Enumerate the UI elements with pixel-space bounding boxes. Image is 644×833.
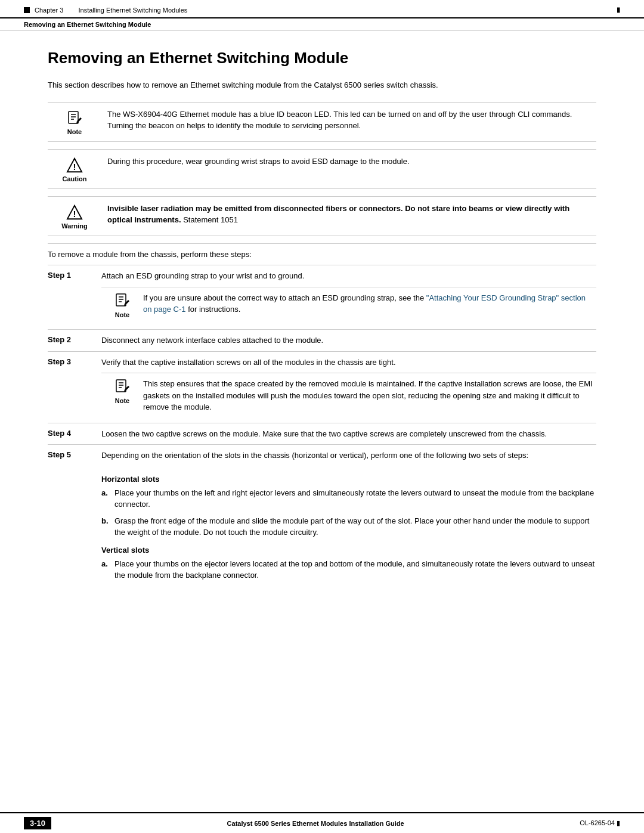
step-1-note: Note If you are unsure about the correct…	[101, 287, 596, 325]
step-3-label: Step 3	[48, 357, 101, 366]
horizontal-step-b: b. Grasp the front edge of the module an…	[101, 515, 596, 538]
step-2-row: Step 2 Disconnect any network interface …	[48, 329, 596, 351]
horizontal-step-a-text: Place your thumbs on the left and right …	[114, 487, 596, 510]
step-3-text: Verify that the captive installation scr…	[101, 358, 396, 367]
step-5-label: Step 5	[48, 450, 101, 459]
page-title: Removing an Ethernet Switching Module	[48, 49, 596, 67]
vertical-slots-heading: Vertical slots	[101, 546, 596, 555]
horizontal-step-a: a. Place your thumbs on the left and rig…	[101, 487, 596, 510]
step-1-label-text: Step 1	[48, 271, 71, 280]
step-5-main: Step 5 Depending on the orientation of t…	[48, 450, 528, 462]
step-2-body: Disconnect any network interface cables …	[101, 335, 596, 346]
doc-title: Catalyst 6500 Series Ethernet Modules In…	[227, 820, 404, 827]
step-3-note-icon-col: Note	[101, 378, 143, 406]
page-footer: 3-10 Catalyst 6500 Series Ethernet Modul…	[0, 812, 644, 833]
step-3-note-text: This step ensures that the space created…	[143, 379, 593, 411]
step-2-label: Step 2	[48, 335, 101, 344]
horizontal-slots-section: Horizontal slots a. Place your thumbs on…	[101, 475, 596, 538]
step-4-body: Loosen the two captive screws on the mod…	[101, 428, 596, 440]
step-1-note-label: Note	[115, 310, 129, 320]
svg-rect-12	[116, 380, 126, 392]
svg-rect-0	[69, 112, 78, 123]
steps-intro-text: To remove a module from the chassis, per…	[48, 250, 252, 259]
warning-1: ! Warning Invisible laser radiation may …	[48, 196, 596, 236]
step-1-text: Attach an ESD grounding strap to your wr…	[101, 271, 304, 280]
header-separator	[68, 7, 73, 14]
warning-1-normal-text: Statement 1051	[181, 215, 238, 224]
step-3-note-body: This step ensures that the space created…	[143, 378, 596, 413]
header-left: Chapter 3 Installing Ethernet Switching …	[24, 7, 187, 14]
svg-text:!: !	[73, 162, 76, 172]
step-1-note-text-after: for instructions.	[186, 305, 241, 314]
step-5-body: Depending on the orientation of the slot…	[101, 450, 528, 462]
note-1-text: The WS-X6904-40G Ethernet module has a b…	[107, 110, 572, 131]
note-1-icon-col: Note	[48, 109, 101, 135]
horizontal-step-a-letter: a.	[101, 487, 114, 510]
vertical-step-a-text: Place your thumbs on the ejector levers …	[114, 558, 596, 581]
header-square-right-icon: ▮	[617, 6, 620, 13]
page-number: 3-10	[24, 817, 51, 829]
caution-1-text: During this procedure, wear grounding wr…	[107, 157, 410, 166]
step-3-body: Verify that the captive installation scr…	[101, 357, 596, 418]
intro-paragraph: This section describes how to remove an …	[48, 79, 596, 91]
warning-1-label: Warning	[61, 222, 88, 230]
steps-intro: To remove a module from the chassis, per…	[48, 243, 596, 265]
vertical-slots-section: Vertical slots a. Place your thumbs on t…	[101, 546, 596, 581]
caution-1: ! Caution During this procedure, wear gr…	[48, 149, 596, 189]
caution-triangle-icon: !	[66, 157, 83, 174]
horizontal-slots-list: a. Place your thumbs on the left and rig…	[101, 487, 596, 538]
note-1: Note The WS-X6904-40G Ethernet module ha…	[48, 102, 596, 142]
note-1-label: Note	[67, 128, 82, 135]
step-4-label: Step 4	[48, 428, 101, 438]
step-4-row: Step 4 Loosen the two captive screws on …	[48, 423, 596, 445]
step-5-subsections: Horizontal slots a. Place your thumbs on…	[101, 467, 596, 586]
footer-right: OL-6265-04 ▮	[580, 819, 620, 827]
doc-num: OL-6265-04	[580, 819, 615, 826]
step-5-label-text: Step 5	[48, 450, 71, 459]
step-5-row: Step 5 Depending on the orientation of t…	[48, 444, 596, 591]
step-3-row: Step 3 Verify that the captive installat…	[48, 351, 596, 423]
footer-right-square: ▮	[617, 819, 620, 826]
step-1-note-icon	[114, 292, 131, 309]
step-2-label-text: Step 2	[48, 335, 71, 344]
caution-1-icon-col: ! Caution	[48, 156, 101, 182]
vertical-slots-list: a. Place your thumbs on the ejector leve…	[101, 558, 596, 581]
step-3-note-label: Note	[115, 396, 129, 406]
horizontal-step-b-text: Grasp the front edge of the module and s…	[114, 515, 596, 538]
vertical-step-a: a. Place your thumbs on the ejector leve…	[101, 558, 596, 581]
warning-triangle-icon: !	[66, 204, 83, 221]
caution-1-body: During this procedure, wear grounding wr…	[101, 156, 596, 168]
step-3-label-text: Step 3	[48, 357, 71, 366]
step-1-note-body: If you are unsure about the correct way …	[143, 292, 596, 315]
step-4-text: Loosen the two captive screws on the mod…	[101, 429, 547, 438]
main-content: Removing an Ethernet Switching Module Th…	[0, 31, 644, 627]
header-square-icon	[24, 7, 30, 13]
breadcrumb: Removing an Ethernet Switching Module	[0, 18, 644, 31]
step-1-body: Attach an ESD grounding strap to your wr…	[101, 270, 596, 324]
chapter-title: Installing Ethernet Switching Modules	[78, 7, 187, 14]
warning-1-body: Invisible laser radiation may be emitted…	[101, 203, 596, 226]
footer-left: 3-10	[24, 817, 51, 829]
step-1-row: Step 1 Attach an ESD grounding strap to …	[48, 265, 596, 329]
step-5-text: Depending on the orientation of the slot…	[101, 451, 528, 460]
header-right: ▮	[617, 6, 620, 14]
step-2-text: Disconnect any network interface cables …	[101, 336, 323, 345]
svg-text:!: !	[73, 209, 76, 219]
step-3-note-icon	[114, 378, 131, 395]
step-1-note-text-before: If you are unsure about the correct way …	[143, 293, 426, 302]
step-4-label-text: Step 4	[48, 429, 71, 438]
horizontal-slots-heading: Horizontal slots	[101, 475, 596, 484]
breadcrumb-text: Removing an Ethernet Switching Module	[24, 21, 151, 28]
step-1-label: Step 1	[48, 270, 101, 280]
page-header: Chapter 3 Installing Ethernet Switching …	[0, 0, 644, 18]
footer-center: Catalyst 6500 Series Ethernet Modules In…	[227, 820, 404, 827]
note-1-body: The WS-X6904-40G Ethernet module has a b…	[101, 109, 596, 132]
step-1-note-icon-col: Note	[101, 292, 143, 320]
warning-1-bold-text: Invisible laser radiation may be emitted…	[107, 204, 569, 225]
svg-rect-8	[116, 294, 126, 306]
caution-1-label: Caution	[63, 175, 87, 182]
step-3-note: Note This step ensures that the space cr…	[101, 373, 596, 418]
warning-1-icon-col: ! Warning	[48, 203, 101, 230]
horizontal-step-b-letter: b.	[101, 515, 114, 538]
note-icon	[66, 110, 83, 126]
